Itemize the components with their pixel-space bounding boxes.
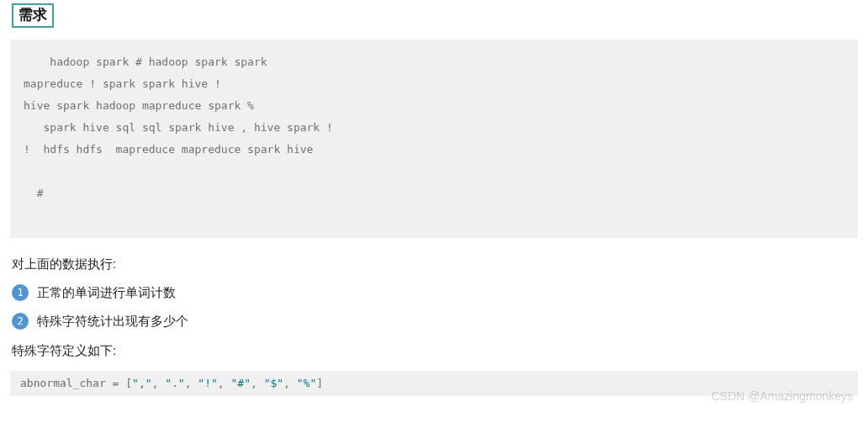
list-bullet: 1 — [12, 284, 29, 301]
code-block-2: abnormal_char = [",", ".", "!", "#", "$"… — [10, 371, 858, 396]
ordered-list: 1正常的单词进行单词计数2特殊字符统计出现有多少个 — [12, 284, 858, 330]
list-item-text: 正常的单词进行单词计数 — [37, 285, 176, 301]
list-item: 1正常的单词进行单词计数 — [12, 284, 858, 301]
code-block-1: hadoop spark # hadoop spark spark mapred… — [10, 40, 858, 238]
list-item: 2特殊字符统计出现有多少个 — [12, 313, 858, 330]
section-heading: 需求 — [12, 3, 54, 28]
subheading-paragraph: 特殊字符定义如下: — [12, 343, 858, 359]
list-bullet: 2 — [12, 313, 29, 330]
intro-paragraph: 对上面的数据执行: — [12, 256, 858, 272]
list-item-text: 特殊字符统计出现有多少个 — [37, 314, 188, 330]
